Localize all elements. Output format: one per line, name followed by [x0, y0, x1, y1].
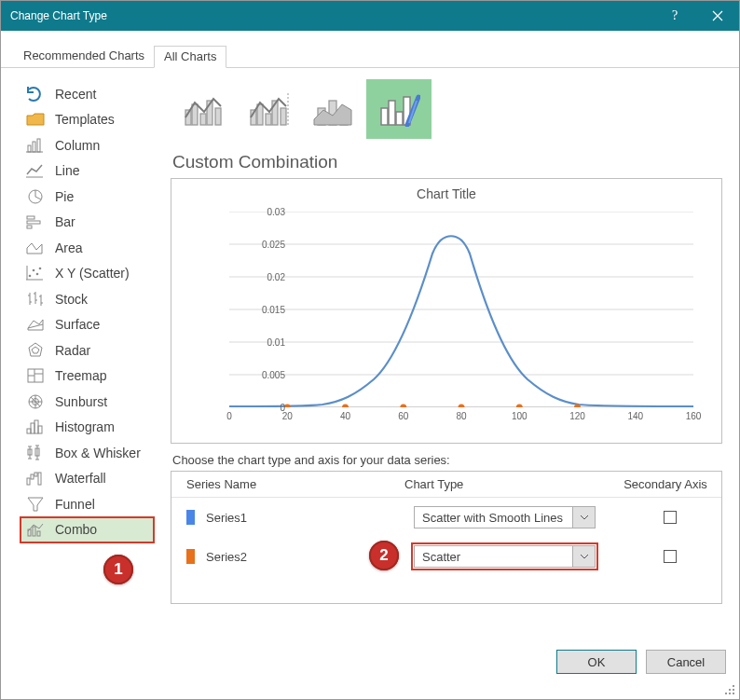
radar-icon [25, 341, 46, 360]
close-button[interactable] [696, 1, 739, 31]
series1-color-swatch [186, 510, 195, 525]
svg-rect-40 [381, 108, 388, 125]
surface-icon [25, 315, 46, 334]
svg-rect-33 [257, 104, 263, 125]
chart-preview: Chart Title 0.030.0250.020.0150.010 [171, 178, 722, 444]
callout-1: 1 [103, 555, 133, 584]
sidebar-item-sunburst[interactable]: Sunburst [23, 389, 159, 415]
sidebar-item-label: Pie [55, 189, 74, 204]
area-icon [25, 239, 46, 257]
svg-point-10 [39, 268, 42, 270]
series1-chart-type-dropdown[interactable]: Scatter with Smooth Lines [414, 506, 596, 528]
sidebar-item-scatter[interactable]: X Y (Scatter) [23, 261, 159, 287]
sidebar-item-recent[interactable]: Recent [23, 81, 159, 107]
callout-2: 2 [369, 541, 399, 570]
line-icon [25, 161, 46, 180]
subtype-clustered-line[interactable] [171, 79, 236, 139]
sidebar-item-line[interactable]: Line [23, 158, 159, 185]
svg-point-53 [400, 405, 406, 408]
sidebar-item-label: Funnel [55, 497, 95, 512]
series1-secondary-axis-checkbox[interactable] [664, 511, 677, 524]
tab-all-charts[interactable]: All Charts [154, 46, 226, 68]
histogram-icon [25, 418, 46, 436]
help-button[interactable]: ? [653, 1, 696, 31]
sidebar-item-treemap[interactable]: Treemap [23, 364, 159, 390]
sidebar-item-label: Histogram [55, 419, 115, 434]
sidebar-item-area[interactable]: Area [23, 235, 159, 261]
chart-category-list: Recent Templates Column Line Pie Bar Are… [1, 68, 159, 640]
funnel-icon [25, 495, 46, 514]
sidebar-item-bar[interactable]: Bar [23, 210, 159, 236]
sidebar-item-surface[interactable]: Surface [23, 312, 159, 338]
series-table-header: Series Name Chart Type Secondary Axis [171, 472, 721, 498]
sidebar-item-label: Column [55, 138, 100, 153]
treemap-icon [25, 366, 46, 385]
series2-name: Series2 [206, 550, 247, 564]
chevron-down-icon [572, 546, 595, 567]
header-series-name: Series Name [186, 477, 404, 491]
svg-rect-61 [729, 693, 731, 694]
cancel-button[interactable]: Cancel [646, 650, 726, 674]
svg-rect-4 [27, 216, 34, 219]
svg-rect-29 [200, 114, 206, 125]
sidebar-item-label: Sunburst [55, 394, 107, 409]
sidebar-item-label: Surface [55, 317, 100, 332]
sidebar-item-label: Box & Whisker [55, 446, 141, 460]
svg-rect-0 [28, 145, 31, 152]
svg-rect-31 [215, 108, 221, 125]
tab-recommended[interactable]: Recommended Charts [14, 46, 154, 67]
stock-icon [25, 290, 46, 309]
sidebar-item-boxwhisker[interactable]: Box & Whisker [23, 440, 159, 466]
svg-rect-41 [389, 101, 395, 125]
svg-rect-16 [34, 420, 38, 433]
series-row-1: Series1 Scatter with Smooth Lines [171, 498, 721, 537]
series2-chart-type-dropdown[interactable]: Scatter [414, 545, 596, 568]
svg-rect-25 [33, 527, 35, 536]
sidebar-item-templates[interactable]: Templates [23, 107, 159, 133]
svg-rect-26 [37, 531, 40, 536]
svg-rect-21 [31, 474, 34, 479]
subtype-clustered-line-secondary[interactable] [236, 79, 301, 139]
chart-title: Chart Title [171, 179, 721, 201]
svg-rect-23 [38, 473, 41, 485]
sidebar-item-label: Templates [55, 112, 115, 127]
svg-rect-2 [37, 139, 40, 152]
sidebar-item-column[interactable]: Column [23, 132, 159, 158]
sidebar-item-label: Waterfall [55, 471, 106, 486]
folder-icon [25, 110, 46, 129]
resize-grip[interactable] [725, 685, 736, 696]
plot-area: 0.030.0250.020.0150.010.0050 02040608010… [229, 212, 693, 407]
svg-rect-6 [27, 226, 32, 228]
sidebar-item-label: Line [55, 163, 79, 178]
sidebar-item-histogram[interactable]: Histogram [23, 415, 159, 441]
svg-rect-57 [733, 685, 734, 687]
sidebar-item-combo[interactable]: Combo [21, 517, 154, 543]
sidebar-item-pie[interactable]: Pie [23, 184, 159, 210]
window-title: Change Chart Type [10, 9, 653, 22]
svg-point-9 [36, 273, 39, 276]
series2-secondary-axis-checkbox[interactable] [664, 550, 677, 563]
chevron-down-icon [572, 507, 595, 528]
sidebar-item-label: Recent [55, 87, 96, 102]
svg-point-52 [342, 405, 349, 408]
sidebar-item-stock[interactable]: Stock [23, 286, 159, 312]
title-bar: Change Chart Type ? [1, 1, 739, 31]
column-icon [25, 136, 46, 155]
scatter-icon [25, 264, 46, 282]
sidebar-item-waterfall[interactable]: Waterfall [23, 466, 159, 492]
section-title: Custom Combination [172, 152, 722, 172]
sidebar-item-label: X Y (Scatter) [55, 266, 130, 281]
sidebar-item-funnel[interactable]: Funnel [23, 491, 159, 517]
svg-rect-14 [27, 429, 31, 433]
combo-subtype-row [171, 79, 722, 139]
svg-rect-34 [266, 114, 271, 125]
svg-rect-15 [31, 423, 34, 433]
subtype-custom[interactable] [366, 79, 432, 139]
sidebar-item-radar[interactable]: Radar [23, 337, 159, 364]
svg-rect-58 [729, 689, 731, 691]
svg-rect-36 [281, 108, 286, 125]
ok-button[interactable]: OK [556, 650, 637, 674]
sidebar-item-label: Stock [55, 292, 88, 307]
subtype-stacked-area[interactable] [301, 79, 366, 139]
svg-point-55 [516, 405, 523, 408]
